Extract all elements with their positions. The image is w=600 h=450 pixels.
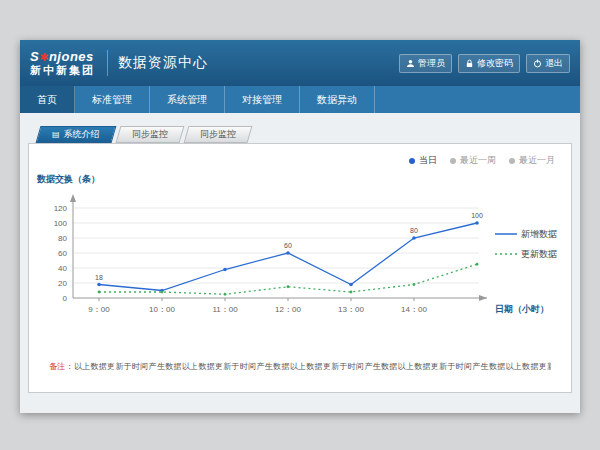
power-icon xyxy=(533,59,542,68)
chart-panel: 当日 最近一周 最近一月 数据交换（条） 0204060801001209：00… xyxy=(28,143,572,393)
tab-system-intro[interactable]: ▤系统介绍 xyxy=(36,126,116,143)
svg-text:11：00: 11：00 xyxy=(212,305,238,314)
document-icon: ▤ xyxy=(52,130,60,139)
page-title: 数据资源中心 xyxy=(118,54,208,72)
filter-last-month[interactable]: 最近一月 xyxy=(509,154,555,167)
filter-last-week[interactable]: 最近一周 xyxy=(450,154,496,167)
y-axis-title: 数据交换（条） xyxy=(37,173,100,186)
logout-button[interactable]: 退出 xyxy=(526,54,570,73)
nav-item-standard-mgmt[interactable]: 标准管理 xyxy=(75,86,150,113)
svg-text:100: 100 xyxy=(54,219,68,228)
svg-text:18: 18 xyxy=(95,274,103,281)
svg-text:0: 0 xyxy=(63,294,68,303)
svg-text:10：00: 10：00 xyxy=(149,305,175,314)
header-actions: 管理员 修改密码 退出 xyxy=(399,54,570,73)
filter-dot xyxy=(450,158,456,164)
svg-text:100: 100 xyxy=(471,212,483,219)
filter-dot xyxy=(509,158,515,164)
svg-text:更新数据: 更新数据 xyxy=(521,249,557,259)
user-icon xyxy=(406,59,415,68)
svg-text:14：00: 14：00 xyxy=(401,305,427,314)
tab-sync-monitor-1[interactable]: 同步监控 xyxy=(115,126,184,143)
svg-text:60: 60 xyxy=(58,249,67,258)
line-chart: 0204060801001209：0010：0011：0012：0013：001… xyxy=(29,190,571,340)
svg-text:40: 40 xyxy=(58,264,67,273)
svg-text:日期（小时）: 日期（小时） xyxy=(495,304,549,314)
nav-item-data-change[interactable]: 数据异动 xyxy=(300,86,375,113)
user-button[interactable]: 管理员 xyxy=(399,54,452,73)
svg-text:20: 20 xyxy=(58,279,67,288)
nav-item-home[interactable]: 首页 xyxy=(20,86,75,113)
logo-text: S✱njones xyxy=(30,50,95,64)
svg-text:80: 80 xyxy=(58,234,67,243)
svg-text:12：00: 12：00 xyxy=(275,305,301,314)
filter-today[interactable]: 当日 xyxy=(409,154,437,167)
content-area: ▤系统介绍 同步监控 同步监控 当日 最近一周 最近一月 数据交换（条） 020… xyxy=(20,113,580,413)
svg-text:新增数据: 新增数据 xyxy=(521,229,557,239)
footnote: 备注：以上数据更新于时间产生数据以上数据更新于时间产生数据以上数据更新于时间产生… xyxy=(49,361,551,372)
svg-text:9：00: 9：00 xyxy=(88,305,110,314)
footnote-prefix: 备注： xyxy=(49,362,74,371)
filter-dot xyxy=(409,158,415,164)
svg-text:60: 60 xyxy=(284,242,292,249)
header-divider xyxy=(107,50,108,76)
svg-text:80: 80 xyxy=(410,227,418,234)
change-password-button[interactable]: 修改密码 xyxy=(458,54,520,73)
nav-item-system-mgmt[interactable]: 系统管理 xyxy=(150,86,225,113)
logo: S✱njones 新中新集团 xyxy=(30,50,95,76)
svg-text:13：00: 13：00 xyxy=(338,305,364,314)
range-filter-legend: 当日 最近一周 最近一月 xyxy=(409,154,555,167)
logo-subtitle: 新中新集团 xyxy=(30,64,95,76)
svg-text:120: 120 xyxy=(54,204,68,213)
main-nav: 首页 标准管理 系统管理 对接管理 数据异动 xyxy=(20,86,580,113)
tab-bar: ▤系统介绍 同步监控 同步监控 xyxy=(38,126,250,143)
lock-icon xyxy=(465,59,474,68)
logo-star-icon: ✱ xyxy=(39,51,49,63)
nav-item-connect-mgmt[interactable]: 对接管理 xyxy=(225,86,300,113)
tab-sync-monitor-2[interactable]: 同步监控 xyxy=(183,126,252,143)
app-header: S✱njones 新中新集团 数据资源中心 管理员 修改密码 退出 xyxy=(20,40,580,86)
app-window: S✱njones 新中新集团 数据资源中心 管理员 修改密码 退出 首页 标准管… xyxy=(20,40,580,413)
